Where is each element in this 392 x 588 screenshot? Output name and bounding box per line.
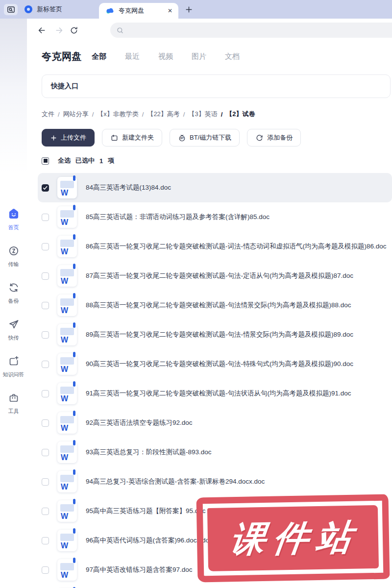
quick-entry-card[interactable]: 快捷入口	[42, 74, 391, 98]
word-doc-icon: W	[57, 559, 77, 581]
file-row[interactable]: W88高三英语一轮复习收尾二轮专题突破检测试题-句法情景交际(均为高考题及模拟题…	[38, 291, 392, 320]
back-button[interactable]	[36, 25, 47, 36]
header-tab-1[interactable]: 最近	[125, 52, 140, 61]
row-checkbox[interactable]	[42, 390, 49, 397]
file-name[interactable]: 88高三英语一轮复习收尾二轮专题突破检测试题-句法情景交际(均为高考题及模拟题)…	[86, 301, 351, 310]
reload-button[interactable]	[69, 25, 79, 36]
file-name[interactable]: 91高三英语一轮复习收尾二轮专题突破检测试题-句法状语从句(均为高考题及模拟题)…	[86, 389, 351, 398]
row-checkbox[interactable]	[42, 243, 49, 250]
stamp-text: 课件站	[223, 514, 363, 563]
page-header: 夸克网盘 全部最近视频图片文档	[42, 48, 240, 65]
row-checkbox[interactable]	[42, 537, 49, 544]
sidebar-item-label: 知识问答	[3, 371, 24, 378]
sidebar-item-transfer[interactable]: 传输	[0, 245, 27, 268]
browser-tab-newtab[interactable]: 新标签页	[22, 0, 85, 19]
home-icon	[7, 207, 20, 222]
header-tab-2[interactable]: 视频	[158, 52, 173, 61]
bt-download-button-label: BT/磁力链下载	[190, 133, 231, 142]
file-row[interactable]: W	[38, 585, 392, 588]
breadcrumb-separator: /	[183, 111, 185, 118]
sidebar-item-home[interactable]: 首页	[0, 207, 27, 231]
file-name[interactable]: 95高中高三英语练习题【附答案】95.doc	[86, 507, 206, 515]
sidebar-item-tools[interactable]: 工具	[0, 392, 27, 415]
sidebar-item-label: 备份	[8, 297, 19, 304]
stamp-watermark: 课件站	[196, 494, 390, 583]
header-tab-3[interactable]: 图片	[192, 52, 206, 61]
file-row[interactable]: W90高三英语一轮复习收尾二轮专题突破检测试题-句法-特殊句式(均为高考题及模拟…	[38, 349, 392, 379]
sidebar-item-quick-transfer[interactable]: 快传	[0, 318, 27, 341]
word-doc-icon: W	[57, 441, 77, 463]
file-row[interactable]: W86高三英语一轮复习收尾二轮专题突破检测试题-词法-情态动词和虚拟语气(均为高…	[38, 232, 392, 261]
file-row[interactable]: W92高三英语语法填空专题练习92.doc	[38, 408, 392, 438]
file-row[interactable]: W87高三英语一轮复习收尾二轮专题突破检测试题-句法-定语从句(均为高考题及模拟…	[38, 261, 392, 291]
breadcrumb-item[interactable]: 文件	[42, 110, 54, 119]
browser-tab-bar: 新标签页 夸克网盘 ✕	[0, 0, 392, 19]
file-name[interactable]: 84高三英语考试题(13)84.doc	[86, 183, 171, 192]
add-backup-button[interactable]: 添加备份	[247, 129, 301, 147]
newtab-favicon-icon	[24, 5, 32, 13]
file-name[interactable]: 94高三总复习-英语综合测试题-含答案-新课标卷294.docx.doc	[86, 477, 265, 486]
file-row[interactable]: W93高三英语总复习：阶段性测试题-893.doc	[38, 438, 392, 467]
tab-search-button[interactable]	[4, 4, 18, 15]
row-checkbox[interactable]	[42, 214, 49, 221]
row-checkbox[interactable]	[42, 508, 49, 515]
header-tabs: 全部最近视频图片文档	[92, 52, 240, 61]
file-row[interactable]: W85高三英语试题：非谓语动词练习题及参考答案(含详解)85.doc	[38, 202, 392, 232]
row-checkbox[interactable]	[42, 419, 49, 427]
breadcrumb-item[interactable]: 【3】英语	[188, 110, 217, 119]
new-tab-button[interactable]	[183, 4, 194, 15]
action-buttons: 上传文件 新建文件夹 BT BT/磁力链下载 添加备份	[42, 129, 301, 147]
breadcrumb-separator: /	[142, 111, 144, 118]
forward-button[interactable]	[54, 25, 65, 36]
file-name[interactable]: 86高三英语一轮复习收尾二轮专题突破检测试题-词法-情态动词和虚拟语气(均为高考…	[86, 242, 387, 251]
breadcrumb-item[interactable]: 【22】高考	[147, 110, 179, 119]
row-checkbox[interactable]	[42, 331, 49, 339]
row-checkbox[interactable]	[42, 302, 49, 309]
row-checkbox[interactable]	[42, 478, 49, 486]
row-checkbox[interactable]	[42, 566, 49, 574]
breadcrumb-item[interactable]: 【2】试卷	[226, 110, 255, 119]
backup-circle-icon	[255, 134, 264, 142]
browser-toolbar	[27, 19, 392, 42]
browser-tab-label: 新标签页	[37, 5, 62, 14]
selected-count: 1	[99, 157, 103, 165]
file-name[interactable]: 96高中英语代词练习题(含答案)96.docx.doc	[86, 536, 213, 545]
svg-text:BT: BT	[180, 137, 184, 140]
header-tab-4[interactable]: 文档	[225, 52, 240, 61]
row-checkbox[interactable]	[42, 184, 49, 192]
select-all-checkbox[interactable]	[42, 157, 49, 165]
selected-label: 已选中	[75, 156, 95, 165]
header-tab-0[interactable]: 全部	[92, 52, 106, 61]
sidebar-item-knowledge-qa[interactable]: 知识问答	[0, 355, 27, 378]
file-row[interactable]: W84高三英语考试题(13)84.doc	[38, 173, 392, 202]
quark-drive-window: 新标签页 夸克网盘 ✕	[0, 0, 392, 588]
knowledge-qa-icon	[8, 355, 20, 369]
file-name[interactable]: 90高三英语一轮复习收尾二轮专题突破检测试题-句法-特殊句式(均为高考题及模拟题…	[86, 360, 353, 368]
upload-button[interactable]: 上传文件	[42, 129, 95, 147]
bt-download-button[interactable]: BT BT/磁力链下载	[170, 129, 240, 147]
browser-tab-quark[interactable]: 夸克网盘 ✕	[99, 3, 178, 19]
row-checkbox[interactable]	[42, 361, 49, 368]
tools-icon	[8, 392, 20, 406]
file-name[interactable]: 97高中英语改错练习题含答案97.doc	[86, 565, 193, 574]
tab-close-icon[interactable]: ✕	[168, 7, 172, 14]
file-row[interactable]: W89高三英语一轮复习收尾二轮专题突破检测试题-句法-情景交际(均为高考题及模拟…	[38, 320, 392, 349]
file-name[interactable]: 87高三英语一轮复习收尾二轮专题突破检测试题-句法-定语从句(均为高考题及模拟题…	[86, 271, 353, 280]
selected-unit: 项	[108, 156, 114, 165]
word-doc-icon: W	[57, 471, 77, 492]
breadcrumb-item[interactable]: 【x】非教学类	[97, 110, 139, 119]
quick-entry-title: 快捷入口	[51, 82, 78, 91]
breadcrumb-item[interactable]: 网站分享	[63, 110, 89, 119]
file-name[interactable]: 93高三英语总复习：阶段性测试题-893.doc	[86, 448, 212, 457]
file-row[interactable]: W91高三英语一轮复习收尾二轮专题突破检测试题-句法状语从句(均为高考题及模拟题…	[38, 379, 392, 408]
file-name[interactable]: 92高三英语语法填空专题练习92.doc	[86, 418, 193, 427]
sidebar-item-backup[interactable]: 备份	[0, 282, 27, 304]
sidebar-menu: 首页传输备份快传知识问答工具	[0, 207, 27, 429]
row-checkbox[interactable]	[42, 449, 49, 456]
new-folder-button[interactable]: 新建文件夹	[102, 129, 162, 147]
file-name[interactable]: 85高三英语试题：非谓语动词练习题及参考答案(含详解)85.doc	[86, 213, 270, 221]
file-row[interactable]: W94高三总复习-英语综合测试题-含答案-新课标卷294.docx.doc	[38, 467, 392, 496]
file-name[interactable]: 89高三英语一轮复习收尾二轮专题突破检测试题-句法-情景交际(均为高考题及模拟题…	[86, 330, 353, 339]
row-checkbox[interactable]	[42, 272, 49, 280]
address-bar[interactable]	[110, 23, 392, 38]
